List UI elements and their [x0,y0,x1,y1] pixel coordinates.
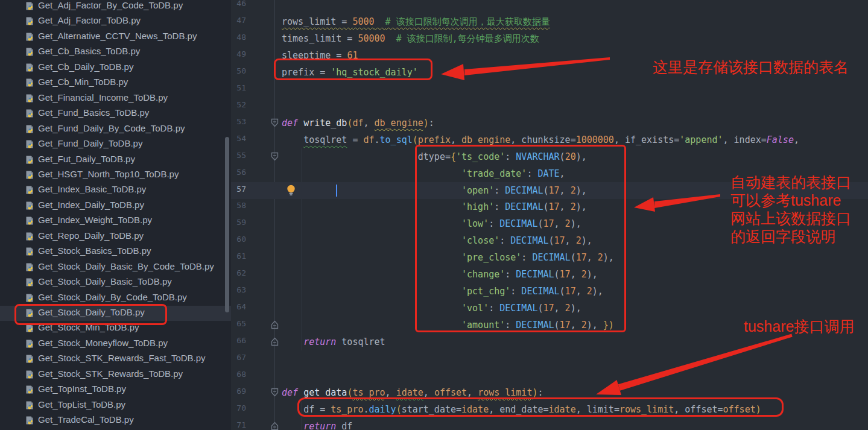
code-token: 'pre_close' [461,252,521,263]
code-token: DECIMAL [505,201,543,212]
code-token: 17 [549,185,560,196]
file-tree-item[interactable]: Get_Stock_STK_Rewards_ToDB.py [0,367,231,382]
code-token: ( [560,286,565,297]
code-token: DATE [537,168,559,179]
python-file-icon [25,370,34,379]
code-line[interactable]: 62 'change': DECIMAL(17, 2), [231,266,868,283]
code-line-text: rows_limit = 5000 # 该接口限制每次调用，最大获取数据量 [282,13,550,30]
file-tree-item[interactable]: Get_Repo_Daily_ToDB.py [0,229,231,244]
annotation-note-line: 可以参考tushare [730,191,851,209]
code-token: DECIMAL [510,235,548,246]
code-line[interactable]: 48times_limit = 50000 # 该接口限制,每分钟最多调用次数 [231,30,868,47]
file-tree-item[interactable]: Get_Cb_Basics_ToDB.py [0,45,231,60]
code-token: db_engine [461,134,510,145]
code-line[interactable]: 63 'pct_chg': DECIMAL(17, 2), [231,283,868,300]
file-name: Get_Adj_Factor_ToDB.py [38,15,141,25]
code-token: df [363,134,374,145]
file-name: Get_Fund_Daily_ToDB.py [38,138,142,148]
annotation-note-auto-table: 自动建表的表接口 可以参考tushare 网站上该数据接口 的返回字段说明 [730,173,851,245]
project-file-tree[interactable]: Get_Adj_Factor_By_Code_ToDB.pyGet_Adj_Fa… [0,0,231,430]
code-token: ), [576,201,587,212]
code-line[interactable]: 67 [231,350,868,367]
code-token: , [587,252,598,263]
code-token: 17 [560,269,571,280]
fold-collapse-icon[interactable] [271,388,279,397]
code-token: sleeptime = [282,50,347,61]
code-token: idate [549,404,576,415]
file-tree-item[interactable]: Get_Stock_Basics_ToDB.py [0,244,231,259]
code-token: ), [587,320,603,330]
line-number: 64 [231,302,246,311]
fold-collapse-icon[interactable] [271,118,279,127]
file-tree-item[interactable]: Get_Fund_Daily_By_Code_ToDB.py [0,122,231,137]
file-tree-item[interactable]: Get_Index_Weight_ToDB.py [0,213,231,229]
code-line-text: 'low': DECIMAL(17, 2), [282,215,581,232]
code-line[interactable]: 51 [231,81,868,98]
code-token: : [429,118,434,128]
code-token: 17 [549,201,560,212]
code-token: prefix = [282,67,331,78]
line-number: 69 [231,387,246,396]
file-tree-item[interactable]: Get_Stock_STK_Rewards_Fast_ToDB.py [0,352,231,367]
file-tree-item[interactable]: Get_Index_Basic_ToDB.py [0,183,231,198]
code-line[interactable]: 69def get_data(ts_pro, idate, offset, ro… [231,384,868,401]
file-tree-item[interactable]: Get_Adj_Factor_ToDB.py [0,14,231,29]
code-line[interactable]: 61 'pre_close': DECIMAL(17, 2), [231,249,868,266]
code-line-text: 'pct_chg': DECIMAL(17, 2), [282,283,603,300]
file-tree-item[interactable]: Get_Fund_Daily_ToDB.py [0,137,231,152]
fold-collapse-icon[interactable] [271,152,279,161]
file-tree-item[interactable]: Get_Alternative_CCTV_News_ToDB.py [0,30,231,45]
file-tree-item[interactable]: Get_Stock_Min_ToDB.py [0,321,231,336]
file-name: Get_Fut_Daily_ToDB.py [38,154,135,164]
code-line[interactable]: 55 dtype={'ts_code': NVARCHAR(20), [231,148,868,165]
code-line[interactable]: 66 return tosqlret [231,334,868,350]
file-tree-item[interactable]: Get_HSGT_North_Top10_ToDB.py [0,168,231,183]
file-tree-item[interactable]: Get_Stock_Daily_By_Code_ToDB.py [0,291,231,306]
code-token: : [510,286,521,297]
file-tree-item[interactable]: Get_TopList_ToDB.py [0,398,231,413]
file-tree-item[interactable]: Get_TopInst_ToDB.py [0,382,231,397]
code-line[interactable]: 70 df = ts_pro.daily(start_date=idate, e… [231,401,868,418]
file-tree-item[interactable]: Get_Stock_Daily_Basic_By_Code_ToDB.py [0,260,231,275]
fold-end-icon[interactable] [271,337,279,346]
file-tree-item[interactable]: Get_Stock_Daily_Basic_ToDB.py [0,275,231,290]
code-line[interactable]: 54 tosqlret = df.to_sql(prefix, db_engin… [231,131,868,148]
code-token: ), [576,151,587,162]
sidebar-scrollbar[interactable] [225,137,229,312]
python-file-icon [25,277,34,287]
code-token: DECIMAL [516,320,554,330]
file-tree-item[interactable]: Get_Adj_Factor_By_Code_ToDB.py [0,0,231,14]
file-tree-item[interactable]: Get_Financial_Income_ToDB.py [0,91,231,106]
file-tree-item[interactable]: Get_Stock_Moneyflow_ToDB.py [0,337,231,352]
code-line[interactable]: 46 [231,0,868,13]
code-token: , end_date= [489,404,548,415]
code-line[interactable]: 53def write_db(df, db_engine): [231,115,868,131]
code-token: { [451,151,456,162]
code-token: 2 [571,201,576,212]
file-name: Get_Stock_Moneyflow_ToDB.py [38,338,168,348]
code-token: df [341,421,352,430]
code-token: 2 [571,185,576,196]
file-tree-item[interactable]: Get_Stock_Daily_ToDB.py [0,306,231,321]
python-file-icon [25,155,34,165]
code-token: 17 [565,286,576,297]
code-line[interactable]: 64 'vol': DECIMAL(17, 2), [231,300,868,317]
code-line[interactable]: 71 return df [231,418,868,430]
code-token: : [537,387,543,398]
file-tree-item[interactable]: Get_Index_Daily_ToDB.py [0,198,231,213]
file-tree-item[interactable]: Get_TradeCal_ToDB.py [0,413,231,428]
file-tree-item[interactable]: Get_Cb_Daily_ToDB.py [0,60,231,75]
annotation-note-line: 自动建表的表接口 [730,173,851,191]
code-line[interactable]: 68 [231,367,868,384]
code-line-text: 'trade_date': DATE, [282,165,565,182]
fold-end-icon[interactable] [271,320,279,329]
file-name: Get_Index_Daily_ToDB.py [38,200,144,210]
fold-end-icon[interactable] [271,422,279,430]
code-token: write_db [303,118,347,128]
code-line[interactable]: 52 [231,98,868,115]
code-line[interactable]: 47rows_limit = 5000 # 该接口限制每次调用，最大获取数据量 [231,13,868,30]
file-tree-item[interactable]: Get_Cb_Min_ToDB.py [0,75,231,90]
code-token: , offset= [674,404,723,415]
file-tree-item[interactable]: Get_Fund_Basics_ToDB.py [0,106,231,121]
file-tree-item[interactable]: Get_Fut_Daily_ToDB.py [0,153,231,168]
